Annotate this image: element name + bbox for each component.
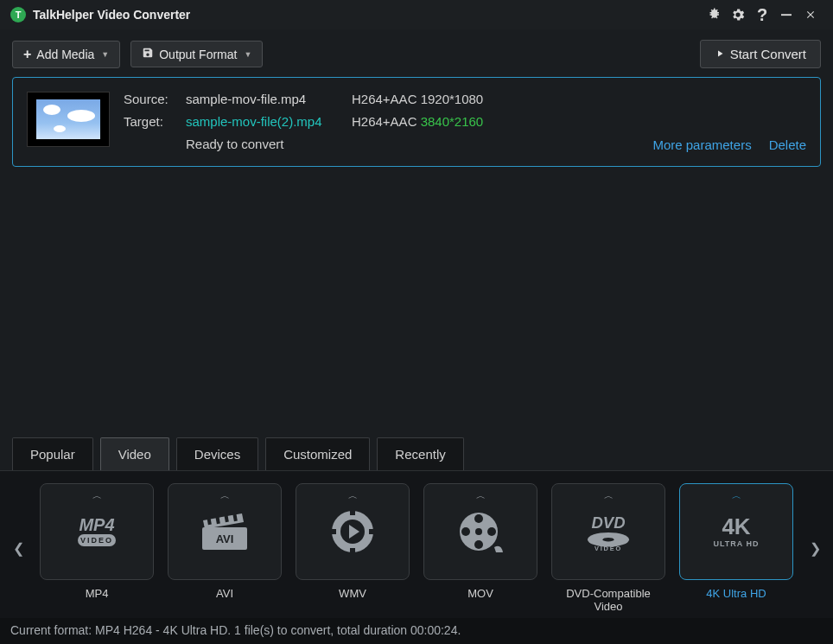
- add-media-button[interactable]: + Add Media ▼: [12, 41, 120, 68]
- play-icon: [715, 47, 725, 61]
- scroll-left-icon[interactable]: ❮: [9, 540, 28, 557]
- svg-rect-14: [332, 529, 336, 534]
- save-icon: [142, 47, 154, 61]
- lower-panel: Popular Video Devices Customized Recentl…: [0, 437, 833, 644]
- format-card-4k: ︿ 4KULTRA HD 4K Ultra HD: [679, 483, 793, 613]
- add-media-label: Add Media: [36, 48, 94, 61]
- file-thumbnail: [27, 92, 110, 147]
- svg-rect-13: [350, 548, 355, 552]
- svg-rect-15: [369, 529, 373, 534]
- source-filename: sample-mov-file.mp4: [186, 88, 340, 111]
- format-card-wmv: ︿ WMV: [296, 483, 410, 613]
- svg-point-17: [475, 528, 482, 535]
- format-tile-mov[interactable]: ︿: [423, 483, 537, 580]
- tab-devices[interactable]: Devices: [176, 437, 258, 470]
- app-title: TalkHelper Video Converter: [33, 8, 190, 22]
- svg-point-24: [603, 538, 614, 542]
- delete-link[interactable]: Delete: [769, 137, 806, 152]
- minimize-icon[interactable]: [774, 3, 798, 27]
- format-tabs: Popular Video Devices Customized Recentl…: [0, 437, 833, 470]
- svg-point-19: [474, 540, 483, 549]
- chevron-up-icon: ︿: [424, 489, 537, 502]
- format-label-avi: AVI: [216, 587, 233, 613]
- file-item[interactable]: Source: sample-mov-file.mp4 H264+AAC 192…: [12, 77, 821, 167]
- format-label-dvd: DVD-Compatible Video: [551, 587, 665, 613]
- wmv-icon: [321, 507, 384, 556]
- format-label-wmv: WMV: [339, 587, 366, 613]
- tab-video[interactable]: Video: [100, 437, 169, 470]
- format-tile-4k[interactable]: ︿ 4KULTRA HD: [679, 483, 793, 580]
- 4k-icon: 4KULTRA HD: [705, 507, 767, 556]
- output-format-label: Output Format: [159, 48, 237, 61]
- output-format-button[interactable]: Output Format ▼: [130, 41, 263, 67]
- format-label-mp4: MP4: [86, 587, 109, 613]
- start-convert-label: Start Convert: [730, 47, 806, 61]
- dvd-icon: DVDVIDEO: [577, 507, 639, 556]
- source-codec: H264+AAC 1920*1080: [352, 88, 483, 111]
- svg-text:DVD: DVD: [592, 513, 626, 532]
- svg-point-21: [487, 527, 496, 536]
- format-label-4k: 4K Ultra HD: [706, 587, 766, 613]
- chevron-up-icon: ︿: [552, 489, 664, 502]
- target-filename: sample-mov-file(2).mp4: [186, 111, 340, 133]
- svg-text:ULTRA HD: ULTRA HD: [714, 539, 760, 548]
- help-icon[interactable]: ?: [750, 3, 774, 27]
- avi-icon: AVI: [194, 507, 256, 556]
- format-card-mov: ︿ MOV: [423, 483, 537, 613]
- format-label-mov: MOV: [467, 587, 493, 613]
- svg-point-20: [461, 527, 470, 536]
- format-tile-mp4[interactable]: ︿ MP4VIDEO: [40, 483, 154, 580]
- target-label: Target:: [124, 111, 174, 133]
- file-details: Source: sample-mov-file.mp4 H264+AAC 192…: [124, 88, 639, 156]
- svg-rect-0: [781, 14, 792, 16]
- svg-rect-12: [350, 511, 355, 515]
- more-parameters-link[interactable]: More parameters: [652, 137, 751, 152]
- plus-icon: +: [23, 47, 31, 62]
- format-tile-wmv[interactable]: ︿: [296, 483, 410, 580]
- format-card-avi: ︿ AVI AVI: [168, 483, 282, 613]
- format-card-dvd: ︿ DVDVIDEO DVD-Compatible Video: [551, 483, 665, 613]
- target-resolution: 3840*2160: [421, 114, 484, 129]
- svg-text:4K: 4K: [722, 513, 750, 539]
- svg-text:MP4: MP4: [79, 515, 114, 534]
- svg-point-18: [474, 514, 483, 523]
- gear-icon[interactable]: [726, 3, 750, 27]
- mov-icon: [449, 507, 512, 556]
- bug-icon[interactable]: [702, 3, 726, 27]
- source-label: Source:: [124, 88, 174, 111]
- svg-text:VIDEO: VIDEO: [80, 536, 113, 545]
- caret-down-icon: ▼: [101, 50, 109, 59]
- svg-text:VIDEO: VIDEO: [595, 545, 622, 552]
- chevron-up-icon: ︿: [41, 489, 153, 502]
- close-icon[interactable]: [798, 3, 823, 27]
- scroll-right-icon[interactable]: ❯: [805, 540, 824, 557]
- start-convert-button[interactable]: Start Convert: [700, 40, 821, 68]
- caret-down-icon: ▼: [244, 50, 251, 59]
- tab-popular[interactable]: Popular: [12, 437, 93, 470]
- tab-customized[interactable]: Customized: [265, 437, 370, 470]
- toolbar: + Add Media ▼ Output Format ▼ Start Conv…: [0, 29, 833, 77]
- file-actions: More parameters Delete: [652, 137, 806, 156]
- app-logo: T: [10, 7, 26, 22]
- format-strip: ❮ ︿ MP4VIDEO MP4 ︿ AVI: [0, 470, 833, 618]
- chevron-up-icon: ︿: [296, 489, 409, 502]
- tab-recently[interactable]: Recently: [377, 437, 463, 470]
- format-tile-avi[interactable]: ︿ AVI: [168, 483, 282, 580]
- chevron-up-icon: ︿: [680, 489, 792, 502]
- format-tile-dvd[interactable]: ︿ DVDVIDEO: [551, 483, 665, 580]
- mp4-icon: MP4VIDEO: [66, 507, 128, 556]
- format-card-mp4: ︿ MP4VIDEO MP4: [40, 483, 154, 613]
- status-bar: Current format: MP4 H264 - 4K Ultra HD. …: [0, 618, 833, 644]
- file-status: Ready to convert: [186, 133, 639, 156]
- titlebar: T TalkHelper Video Converter ?: [0, 0, 833, 29]
- chevron-up-icon: ︿: [169, 489, 281, 502]
- target-codec: H264+AAC 3840*2160: [352, 111, 483, 133]
- svg-text:AVI: AVI: [216, 532, 234, 545]
- file-list: Source: sample-mov-file.mp4 H264+AAC 192…: [0, 77, 833, 167]
